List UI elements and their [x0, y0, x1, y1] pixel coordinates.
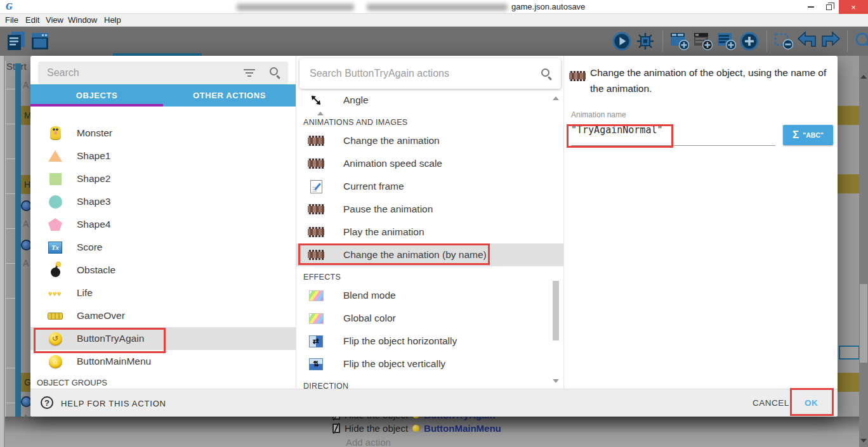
add-comment-icon[interactable]	[692, 31, 713, 51]
action-label: Flip the object vertically	[343, 358, 445, 370]
behavior-gear-icon	[22, 202, 30, 210]
object-list-item[interactable]: Shape2	[30, 167, 296, 190]
action-label: Pause the animation	[343, 204, 433, 215]
object-list-item[interactable]: ⌂ButtonMainMenu	[30, 350, 296, 373]
add-event-icon[interactable]	[669, 31, 689, 51]
search-icon[interactable]	[853, 31, 868, 51]
objects-tabs: OBJECTSOTHER ACTIONS	[30, 84, 296, 107]
annotation-box-change-animation-by-name	[298, 243, 490, 265]
object-list-item[interactable]: Obstacle	[30, 259, 296, 282]
toolbar	[0, 27, 868, 56]
toolbar-separator	[766, 30, 767, 52]
shape3-circle-icon	[49, 195, 62, 209]
filter-icon[interactable]	[244, 69, 255, 77]
action-list-item[interactable]: ⇄Flip the object horizontally	[296, 330, 563, 353]
remove-selection-icon[interactable]	[773, 31, 793, 51]
action-label: Play the animation	[343, 226, 424, 238]
expression-editor-button[interactable]: Σ "ABC"	[783, 125, 833, 145]
scroll-up-arrow-icon[interactable]	[860, 75, 867, 79]
menu-view[interactable]: View	[46, 15, 63, 25]
close-button[interactable]: ×	[839, 0, 868, 14]
obstacle-bomb-icon	[51, 263, 60, 277]
object-list-item[interactable]: Shape4	[30, 213, 296, 236]
action-label: Global color	[343, 313, 396, 324]
redo-icon[interactable]	[820, 31, 840, 51]
action-list-item[interactable]: Current frame	[296, 175, 563, 198]
action-list-item[interactable]: Animation speed scale	[296, 152, 563, 175]
cancel-button[interactable]: CANCEL	[753, 398, 789, 408]
actions-scroll-down-icon[interactable]	[553, 379, 559, 383]
list-scroll-down-icon[interactable]	[317, 435, 324, 439]
action-label: Current frame	[343, 181, 404, 192]
undo-icon[interactable]	[796, 31, 817, 51]
action-list-item[interactable]: Play the animation	[296, 221, 563, 243]
debug-icon[interactable]	[635, 31, 655, 51]
menu-edit[interactable]: Edit	[25, 15, 39, 25]
actions-scroll-up-icon[interactable]	[553, 96, 559, 100]
dialog-footer: ? HELP FOR THIS ACTION CANCEL OK	[30, 389, 838, 417]
object-search-input[interactable]	[38, 67, 228, 79]
add-label-fragment: A	[23, 219, 29, 229]
object-list-item[interactable]: Monster	[30, 122, 296, 145]
behavior-gear-icon	[22, 241, 30, 249]
minimize-button[interactable]	[802, 0, 820, 14]
add-subevent-icon[interactable]	[716, 31, 736, 51]
action-detail-panel: Change the animation of the object, usin…	[563, 56, 838, 389]
object-search-bar	[38, 62, 288, 84]
shape2-square-icon	[49, 173, 62, 185]
events-sheet-icon[interactable]	[5, 31, 25, 51]
event-row-yellow: M	[21, 106, 30, 125]
object-list-item[interactable]: ♥♥♥Life	[30, 282, 296, 304]
object-list-item[interactable]: Shape3	[30, 190, 296, 213]
menu-file[interactable]: File	[5, 15, 18, 25]
animation-name-label: Animation name	[571, 110, 626, 119]
action-section-header: EFFECTS	[296, 266, 563, 284]
menu-window[interactable]: Window	[68, 15, 97, 25]
behavior-gear-icon	[22, 398, 30, 406]
help-link[interactable]: HELP FOR THIS ACTION	[61, 399, 166, 408]
scroll-down-arrow-icon[interactable]	[860, 439, 867, 443]
event-row-yellow	[838, 373, 859, 392]
tab-other-actions[interactable]: OTHER ACTIONS	[163, 84, 296, 107]
add-plus-icon[interactable]	[739, 31, 760, 51]
menu-help[interactable]: Help	[104, 15, 121, 25]
app-window: G game.json.autosave × FileEditViewWindo…	[0, 0, 868, 447]
play-icon[interactable]	[612, 31, 632, 51]
scene-editor-icon[interactable]	[29, 31, 49, 51]
mainmenu-button-icon: ⌂	[49, 355, 62, 368]
gameover-icon	[48, 313, 63, 320]
actions-scrollbar-thumb[interactable]	[553, 281, 559, 340]
restore-button[interactable]	[820, 0, 838, 14]
tab-objects[interactable]: OBJECTS	[30, 84, 163, 107]
action-list: AngleANIMATIONS AND IMAGESChange the ani…	[296, 89, 563, 389]
action-list-item[interactable]: Pause the animation	[296, 198, 563, 221]
action-list-item[interactable]: ⇅Flip the object vertically	[296, 353, 563, 375]
score-text-icon: Tx	[48, 242, 62, 254]
action-list-item[interactable]: Angle	[296, 89, 563, 112]
object-thumbnail-icon	[412, 425, 419, 432]
action-search-bar	[299, 58, 561, 89]
help-icon[interactable]: ?	[41, 396, 53, 409]
action-label: Angle	[343, 94, 369, 106]
action-text: Hide the object	[345, 423, 408, 434]
action-list-item[interactable]: Blend mode	[296, 284, 563, 307]
toolbar-separator	[847, 30, 848, 52]
search-icon[interactable]	[541, 68, 549, 77]
object-list-item[interactable]: Shape1	[30, 145, 296, 167]
object-list-item[interactable]: TxScore	[30, 236, 296, 259]
app-scrollbar[interactable]	[859, 56, 868, 447]
selected-field-outline	[839, 346, 860, 360]
object-list-item[interactable]: GameOver	[30, 304, 296, 327]
titlebar: G game.json.autosave ×	[0, 0, 868, 14]
object-label: Life	[77, 287, 93, 299]
action-list-item[interactable]: Global color	[296, 307, 563, 330]
search-icon[interactable]	[270, 67, 278, 75]
abc-label: "ABC"	[803, 131, 824, 139]
add-label-fragment: A	[23, 80, 29, 90]
add-label-fragment: A	[23, 413, 29, 423]
action-search-input[interactable]	[299, 68, 515, 79]
event-action-row[interactable]: Hide the objectButtonMainMenu	[332, 423, 501, 434]
action-list-item[interactable]: Change the animation	[296, 129, 563, 152]
add-action-link[interactable]: Add action	[346, 437, 391, 447]
app-scrollbar-thumb[interactable]	[860, 284, 867, 363]
